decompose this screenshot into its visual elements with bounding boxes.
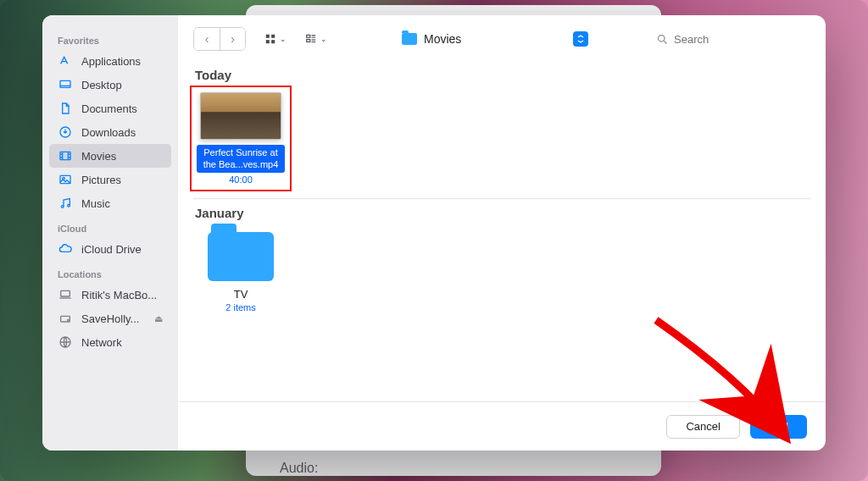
chevron-down-icon: ⌄	[280, 35, 287, 43]
parent-window-footer: Audio:	[280, 461, 318, 476]
sidebar-item-label: SaveHolly...	[81, 312, 139, 325]
view-icon-button[interactable]: ⌄	[258, 28, 293, 50]
svg-point-6	[68, 204, 70, 207]
sidebar-item-macbook[interactable]: Ritik's MacBo...	[42, 283, 178, 307]
svg-point-5	[61, 206, 64, 208]
sidebar-item-documents[interactable]: Documents	[42, 97, 178, 120]
add-button[interactable]: Add	[750, 415, 807, 439]
file-tile-selected[interactable]: Perfect Sunrise at the Bea...ves.mp4 40:…	[193, 89, 288, 188]
view-mode-segment: ⌄ ⌄	[258, 28, 334, 50]
music-icon	[58, 196, 73, 211]
sidebar-item-label: Desktop	[81, 79, 122, 91]
svg-rect-14	[271, 40, 275, 43]
toolbar: ‹ › ⌄ ⌄ Movies	[178, 15, 826, 63]
forward-button[interactable]: ›	[220, 28, 245, 50]
location-dropdown-icon	[573, 31, 588, 47]
file-name: Perfect Sunrise at the Bea...ves.mp4	[197, 145, 285, 173]
svg-rect-11	[266, 35, 270, 38]
svg-point-9	[68, 319, 69, 320]
folder-icon	[208, 232, 274, 281]
sidebar: Favorites Applications Desktop Documents…	[42, 15, 178, 451]
back-button[interactable]: ‹	[194, 28, 220, 50]
search-icon	[656, 33, 669, 46]
sidebar-item-label: Network	[81, 336, 122, 349]
sidebar-item-external-disk[interactable]: SaveHolly... ⏏	[42, 307, 178, 330]
network-icon	[58, 334, 73, 350]
grid-icon	[264, 33, 276, 45]
audio-field-label: Audio:	[280, 461, 318, 476]
video-thumbnail	[200, 92, 281, 140]
eject-icon[interactable]: ⏏	[154, 313, 163, 324]
sidebar-item-icloud-drive[interactable]: iCloud Drive	[42, 237, 178, 261]
sidebar-item-label: Movies	[81, 150, 116, 163]
section-today: Today	[195, 68, 810, 82]
sidebar-heading-locations: Locations	[42, 261, 178, 283]
search-input[interactable]	[674, 33, 816, 46]
svg-rect-16	[307, 40, 310, 42]
dialog-footer: Cancel Add	[178, 401, 826, 451]
svg-rect-15	[307, 35, 310, 37]
section-divider	[193, 198, 810, 199]
sidebar-item-desktop[interactable]: Desktop	[42, 73, 178, 97]
file-picker-sheet: Favorites Applications Desktop Documents…	[42, 15, 826, 451]
folder-tile[interactable]: TV 2 items	[193, 227, 288, 312]
sidebar-item-label: Pictures	[81, 174, 121, 186]
sidebar-item-label: Music	[81, 197, 110, 210]
search-field[interactable]	[649, 27, 810, 51]
desktop-icon	[58, 77, 73, 92]
sidebar-item-label: Applications	[81, 55, 141, 68]
disk-icon	[58, 311, 73, 326]
nav-back-forward: ‹ ›	[193, 27, 246, 51]
folder-icon	[402, 33, 417, 45]
sidebar-item-label: Documents	[81, 102, 137, 115]
sidebar-heading-icloud: iCloud	[42, 215, 178, 237]
location-popup[interactable]: Movies	[397, 27, 592, 51]
chevron-down-icon: ⌄	[320, 35, 327, 43]
cancel-button[interactable]: Cancel	[666, 415, 739, 439]
svg-rect-2	[60, 152, 70, 159]
movies-icon	[58, 148, 73, 163]
file-grid: Today Perfect Sunrise at the Bea...ves.m…	[178, 63, 826, 401]
sidebar-item-label: Downloads	[81, 126, 136, 139]
laptop-icon	[58, 287, 73, 302]
folder-item-count: 2 items	[193, 302, 288, 312]
sidebar-heading-favorites: Favorites	[42, 27, 178, 49]
svg-rect-7	[61, 290, 70, 296]
sidebar-item-pictures[interactable]: Pictures	[42, 168, 178, 191]
documents-icon	[58, 101, 73, 116]
svg-rect-13	[266, 40, 270, 43]
sidebar-item-music[interactable]: Music	[42, 191, 178, 215]
svg-rect-0	[60, 80, 70, 87]
sidebar-item-network[interactable]: Network	[42, 330, 178, 354]
file-duration: 40:00	[197, 174, 285, 185]
section-january: January	[195, 206, 810, 220]
group-by-button[interactable]: ⌄	[298, 28, 334, 50]
svg-point-17	[659, 35, 665, 41]
downloads-icon	[58, 124, 73, 140]
applications-icon	[58, 53, 73, 69]
sidebar-item-movies[interactable]: Movies	[49, 144, 171, 168]
chevron-right-icon: ›	[231, 32, 235, 46]
pictures-icon	[58, 172, 73, 187]
sidebar-item-label: Ritik's MacBo...	[81, 289, 157, 301]
sidebar-item-downloads[interactable]: Downloads	[42, 120, 178, 144]
main-panel: ‹ › ⌄ ⌄ Movies	[178, 15, 826, 451]
sidebar-item-label: iCloud Drive	[81, 243, 142, 256]
chevron-left-icon: ‹	[205, 32, 209, 46]
folder-name: TV	[193, 288, 288, 301]
location-label: Movies	[424, 32, 461, 46]
icloud-icon	[58, 241, 73, 257]
svg-rect-12	[271, 35, 275, 38]
group-icon	[305, 33, 317, 45]
sidebar-item-applications[interactable]: Applications	[42, 49, 178, 73]
